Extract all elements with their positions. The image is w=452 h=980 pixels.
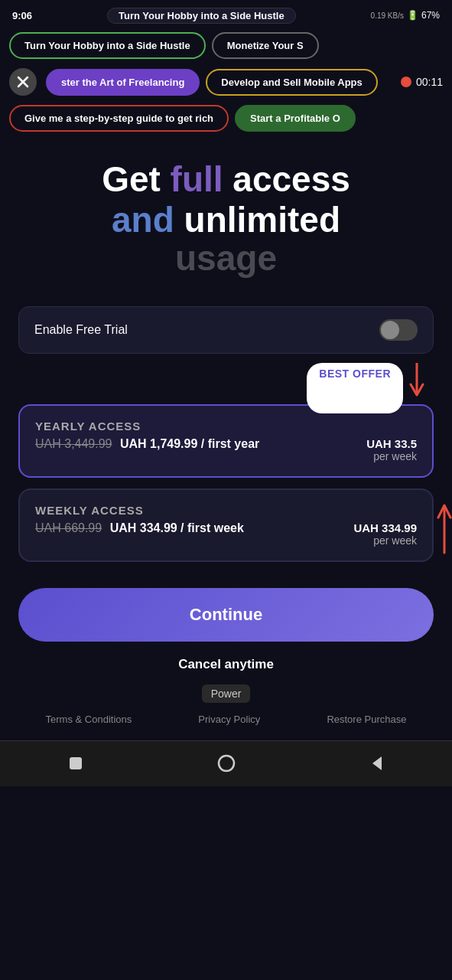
close-button[interactable] (9, 68, 37, 96)
best-offer-badge: BEST OFFER (307, 363, 403, 413)
back-icon (369, 755, 385, 772)
status-time: 9:06 (12, 10, 32, 21)
yearly-plan-price: UAH 3,449.99 UAH 1,749.99 / first year (35, 437, 259, 451)
pills-row-3: Give me a step-by-step guide to get rich… (0, 100, 452, 136)
yearly-plan-price-row: UAH 3,449.99 UAH 1,749.99 / first year U… (35, 437, 417, 462)
network-speed: 0.19 KB/s (371, 11, 404, 20)
weekly-plan-price: UAH 669.99 UAH 334.99 / first week (35, 521, 244, 535)
arrow-down-icon (406, 363, 428, 401)
yearly-plan-name: YEARLY ACCESS (35, 420, 417, 433)
weekly-plan-card[interactable]: WEEKLY ACCESS UAH 669.99 UAH 334.99 / fi… (18, 488, 434, 562)
bottom-nav (0, 740, 452, 786)
yearly-side-main: UAH 33.5 (366, 437, 417, 450)
yearly-price-main: UAH 1,749.99 / first year (120, 437, 259, 450)
svg-marker-6 (372, 756, 382, 770)
weekly-plan-wrapper: WEEKLY ACCESS UAH 669.99 UAH 334.99 / fi… (0, 488, 452, 562)
yearly-per-week: per week (366, 450, 417, 462)
battery-icon: 🔋 (407, 10, 418, 21)
pill-freelancing[interactable]: ster the Art of Freelancing (46, 69, 200, 96)
headline-and: and (112, 200, 174, 240)
headline-text: Get full access and unlimited (24, 159, 428, 240)
footer-links: Terms & Conditions Privacy Policy Restor… (0, 707, 452, 734)
pill-mobile-apps[interactable]: Develop and Sell Mobile Apps (206, 69, 377, 96)
nav-square-button[interactable] (65, 753, 86, 774)
free-trial-label: Enable Free Trial (34, 323, 128, 337)
yearly-side-price: UAH 33.5 per week (366, 437, 417, 462)
circle-icon (217, 754, 236, 773)
headline-section: Get full access and unlimited usage (0, 136, 452, 294)
pill-hobby[interactable]: Turn Your Hobby into a Side Hustle (9, 32, 206, 59)
nav-home-button[interactable] (216, 753, 237, 774)
status-center: Turn Your Hobby into a Side Hustle (107, 8, 296, 24)
nav-back-button[interactable] (366, 753, 388, 774)
privacy-link[interactable]: Privacy Policy (198, 714, 260, 725)
pills-row-1: Turn Your Hobby into a Side Hustle Monet… (0, 28, 452, 64)
timer-text: 00:11 (416, 76, 443, 88)
weekly-per-week: per week (353, 534, 417, 547)
status-bar: 9:06 Turn Your Hobby into a Side Hustle … (0, 0, 452, 28)
toggle-knob (381, 321, 399, 339)
cancel-text: Cancel anytime (0, 657, 452, 672)
best-offer-wrapper: BEST OFFER (0, 363, 452, 401)
headline-get: Get (102, 159, 170, 199)
weekly-plan-price-row: UAH 669.99 UAH 334.99 / first week UAH 3… (35, 521, 417, 547)
yearly-plan-card[interactable]: YEARLY ACCESS UAH 3,449.99 UAH 1,749.99 … (18, 404, 434, 478)
weekly-side-price: UAH 334.99 per week (353, 521, 417, 547)
svg-rect-4 (70, 757, 82, 769)
yearly-price-strike: UAH 3,449.99 (35, 437, 112, 450)
continue-button[interactable]: Continue (18, 588, 434, 642)
pill-rich[interactable]: Give me a step-by-step guide to get rich (9, 105, 229, 132)
restore-link[interactable]: Restore Purchase (327, 714, 406, 725)
pill-profitable[interactable]: Start a Profitable O (235, 105, 356, 132)
free-trial-switch[interactable] (379, 319, 418, 341)
headline-access: access (223, 159, 350, 199)
arrow-up-icon (434, 493, 452, 554)
weekly-plan-name: WEEKLY ACCESS (35, 504, 417, 517)
headline-usage: usage (24, 237, 428, 279)
square-icon (67, 755, 84, 772)
weekly-side-main: UAH 334.99 (353, 521, 417, 534)
pills-row-2: ster the Art of Freelancing Develop and … (0, 64, 452, 100)
terms-link[interactable]: Terms & Conditions (46, 714, 132, 725)
timer-badge: 00:11 (401, 76, 443, 88)
headline-full: full (171, 159, 223, 199)
free-trial-toggle-row[interactable]: Enable Free Trial (18, 306, 434, 354)
power-badge: Power (202, 684, 251, 703)
battery-pct: 67% (421, 10, 440, 21)
weekly-price-strike: UAH 669.99 (35, 521, 102, 534)
pill-monetize[interactable]: Monetize Your S (212, 32, 319, 59)
weekly-price-main: UAH 334.99 / first week (110, 521, 244, 534)
svg-point-5 (219, 756, 234, 771)
footer-section: Power Terms & Conditions Privacy Policy … (0, 684, 452, 734)
status-right: 0.19 KB/s 🔋 67% (371, 10, 440, 21)
close-icon (17, 76, 29, 88)
timer-dot (401, 77, 411, 87)
headline-unlimited: unlimited (174, 200, 340, 240)
